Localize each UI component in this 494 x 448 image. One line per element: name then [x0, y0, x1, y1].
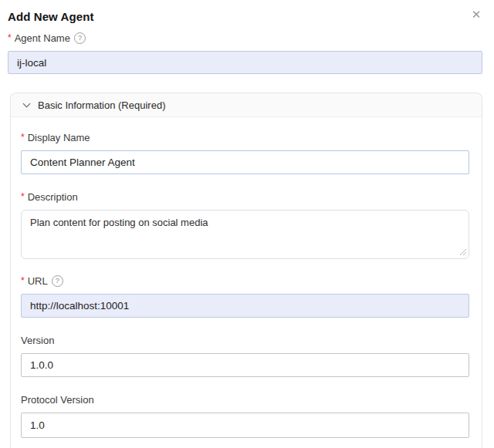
help-icon[interactable]: ?: [74, 32, 86, 44]
display-name-field: * Display Name: [21, 132, 469, 174]
description-label: Description: [28, 191, 78, 203]
required-marker: *: [21, 275, 25, 286]
version-label: Version: [21, 335, 54, 346]
url-label-row: * URL ?: [21, 275, 469, 287]
agent-name-label: Agent Name: [15, 32, 70, 44]
url-field: * URL ?: [21, 275, 469, 318]
url-label: URL: [28, 275, 48, 287]
basic-information-section-header[interactable]: Basic Information (Required): [11, 93, 482, 117]
agent-name-input[interactable]: [8, 51, 482, 74]
display-name-input[interactable]: [21, 150, 469, 174]
description-label-row: * Description: [21, 191, 469, 203]
required-marker: *: [21, 132, 25, 143]
basic-information-body: * Display Name * Description Plan conten…: [11, 117, 482, 448]
display-name-label-row: * Display Name: [21, 132, 469, 143]
url-input[interactable]: [21, 294, 469, 318]
version-field: Version: [21, 335, 469, 377]
protocol-version-field: Protocol Version: [21, 394, 469, 438]
agent-name-label-row: * Agent Name ?: [8, 32, 482, 44]
help-icon[interactable]: ?: [52, 275, 63, 287]
chevron-down-icon: [23, 100, 31, 108]
basic-information-panel: Basic Information (Required) * Display N…: [10, 93, 482, 448]
display-name-label: Display Name: [28, 132, 90, 143]
version-label-row: Version: [21, 335, 469, 346]
required-marker: *: [8, 32, 12, 43]
basic-information-section-title: Basic Information (Required): [38, 99, 165, 111]
page-title: Add New Agent: [8, 10, 482, 23]
protocol-version-label: Protocol Version: [21, 394, 94, 406]
required-marker: *: [21, 191, 25, 202]
description-textarea[interactable]: Plan content for posting on social media: [21, 210, 469, 259]
add-new-agent-modal: Add New Agent ✕ * Agent Name ? Basic Inf…: [0, 0, 494, 448]
protocol-version-label-row: Protocol Version: [21, 394, 469, 406]
description-field: * Description Plan content for posting o…: [21, 191, 469, 259]
protocol-version-input[interactable]: [21, 413, 469, 438]
close-icon[interactable]: ✕: [469, 6, 484, 22]
version-input[interactable]: [21, 353, 469, 377]
